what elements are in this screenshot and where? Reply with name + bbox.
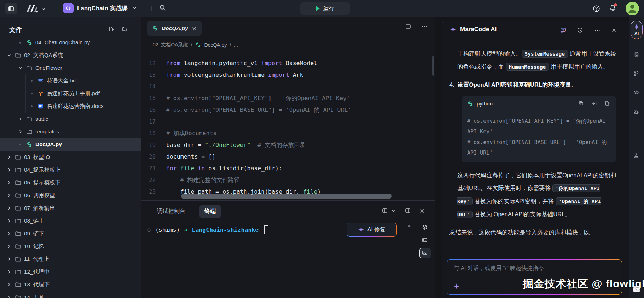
split-editor-icon[interactable] — [405, 23, 411, 30]
close-icon[interactable] — [419, 208, 425, 213]
python-icon — [26, 141, 33, 148]
sidebar-toggle-button[interactable] — [5, 3, 17, 14]
breadcrumb-folder[interactable]: 02_文档QA系统 — [153, 42, 188, 48]
tree-item[interactable]: 11_代理上 — [0, 253, 141, 265]
close-icon[interactable] — [191, 26, 197, 31]
new-chat-icon[interactable] — [560, 27, 567, 34]
tree-item[interactable]: 12_代理中 — [0, 265, 141, 278]
tree-item[interactable]: 07_解析输出 — [0, 202, 141, 214]
tree-item[interactable]: OneFlower — [0, 62, 141, 74]
terminal-tab[interactable]: 终端 — [199, 205, 221, 218]
tree-item[interactable]: 10_记忆 — [0, 240, 141, 253]
app-logo[interactable] — [25, 4, 47, 13]
tree-item[interactable]: 13_代理下 — [0, 278, 141, 291]
insert-code-icon[interactable] — [591, 101, 597, 107]
tab-docqa[interactable]: DocQA.py — [147, 21, 202, 36]
activity-bar: AI — [629, 17, 644, 298]
package-icon[interactable] — [422, 224, 428, 231]
file-tree: 04_ChatLongChain.py02_文档QA系统OneFlower花语大… — [0, 36, 141, 298]
notification-dot — [614, 3, 617, 6]
panel-layout-icon[interactable] — [405, 208, 411, 214]
more-icon[interactable] — [421, 23, 428, 30]
notifications-button[interactable] — [609, 4, 616, 13]
tree-item[interactable]: 06_调用模型 — [0, 189, 141, 202]
terminal-icon[interactable] — [422, 250, 428, 256]
tree-item[interactable]: 易速鲜花运营指南.docx — [0, 100, 141, 113]
close-icon[interactable] — [611, 27, 616, 34]
line-number: 20 — [141, 154, 166, 160]
tree-item[interactable]: 04_提示模板上 — [0, 164, 141, 176]
folder-icon — [26, 116, 33, 122]
chevron-right-icon — [6, 243, 12, 249]
tree-item-label: OneFlower — [35, 65, 62, 71]
help-icon[interactable] — [593, 5, 600, 12]
scroll-up-icon[interactable] — [407, 225, 411, 227]
vertical-scrollbar[interactable] — [432, 56, 434, 76]
terminal-tab[interactable]: 调试控制台 — [152, 205, 190, 218]
tree-item[interactable]: 04_ChatLongChain.py — [0, 36, 141, 49]
folder-icon — [15, 256, 21, 262]
line-number: 17 — [141, 119, 166, 125]
breadcrumb-file[interactable]: DocQA.py — [204, 42, 227, 48]
tree-item[interactable]: DocQA.py — [0, 138, 141, 151]
breadcrumb-more[interactable]: ... — [234, 42, 238, 48]
tree-item[interactable]: 14_工具 — [0, 291, 141, 298]
tree-item[interactable]: templates — [0, 125, 141, 138]
ai-assistant-button[interactable]: AI — [631, 21, 643, 39]
code-editor[interactable]: 12from langchain.pydantic_v1 import Base… — [141, 51, 435, 200]
line-number: 16 — [141, 107, 166, 113]
sparkle-icon[interactable] — [453, 283, 460, 290]
tree-item[interactable]: 08_链上 — [0, 214, 141, 227]
modified-dot — [31, 105, 33, 107]
tree-item-label: 03_模型IO — [24, 154, 50, 161]
eye-icon[interactable] — [633, 90, 640, 96]
search-button[interactable] — [159, 4, 166, 12]
new-folder-icon[interactable] — [122, 26, 128, 32]
tree-item[interactable]: 09_链下 — [0, 227, 141, 240]
user-avatar[interactable] — [626, 2, 639, 15]
terminal-panel: 调试控制台终端 (shims) → LangChain-shizhanke AI… — [141, 200, 435, 298]
tree-item[interactable]: 03_模型IO — [0, 151, 141, 164]
line-number: 21 — [141, 165, 166, 172]
prompt-arrow: → — [184, 227, 188, 233]
git-branch-icon[interactable] — [633, 70, 640, 77]
project-selector[interactable]: LangChain 实战课 — [63, 3, 137, 13]
tree-item-label: 05_提示模板下 — [24, 179, 60, 187]
ai-fix-button[interactable]: AI 修复 — [347, 223, 397, 237]
tree-item-label: 02_文档QA系统 — [24, 52, 63, 59]
bug-icon[interactable] — [633, 109, 640, 115]
tree-item[interactable]: 02_文档QA系统 — [0, 49, 141, 62]
python-icon — [152, 25, 158, 31]
folder-icon — [15, 167, 21, 173]
code-block: python # os.environ["OPENAI_API_KEY"] = … — [462, 96, 616, 162]
logo-icon — [25, 4, 38, 13]
ai-badge-label: AI — [634, 31, 639, 36]
doc-search-icon[interactable] — [634, 52, 640, 58]
flask-icon[interactable] — [633, 153, 640, 159]
more-icon[interactable] — [594, 27, 601, 34]
ai-assistant-panel: MarsCode AI 于构建聊天模型的输入。SystemMessage 通常用… — [442, 21, 629, 298]
copy-icon[interactable] — [578, 101, 584, 107]
terminal-icon[interactable] — [422, 237, 428, 243]
tree-item[interactable]: 05_提示模板下 — [0, 176, 141, 189]
inline-code: 'OpenAI 的 API URL' — [457, 197, 601, 218]
split-panel-icon[interactable] — [382, 208, 388, 214]
new-file-icon[interactable] — [604, 101, 610, 107]
tab-bar: DocQA.py — [141, 17, 435, 39]
prompt-status-icon — [147, 228, 151, 232]
line-number: 23 — [141, 189, 166, 195]
folder-icon — [26, 128, 33, 135]
tree-item-label: 07_解析输出 — [24, 205, 55, 212]
assistant-avatar[interactable] — [631, 128, 643, 140]
tree-item[interactable]: static — [0, 113, 141, 125]
new-file-icon[interactable] — [108, 26, 114, 32]
history-icon[interactable] — [577, 27, 584, 34]
folder-icon — [15, 218, 21, 224]
run-button[interactable]: 运行 — [300, 2, 350, 15]
horizontal-scrollbar[interactable] — [181, 194, 392, 199]
folder-icon — [15, 243, 21, 250]
tree-item[interactable]: 花语大全.txt — [0, 74, 141, 87]
folder-icon — [15, 205, 21, 211]
tree-item[interactable]: 易速鲜花员工手册.pdf — [0, 87, 141, 100]
chevron-down-icon[interactable] — [391, 208, 396, 214]
